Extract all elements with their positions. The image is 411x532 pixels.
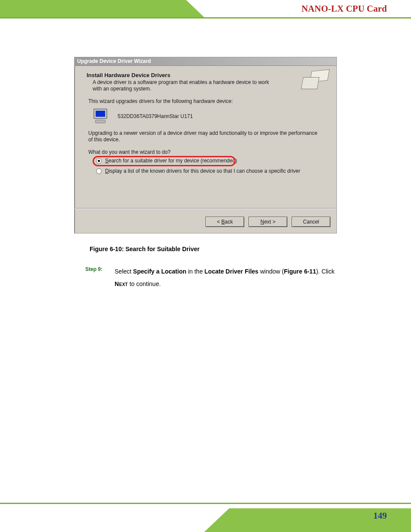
step-row: Step 9: Select Specify a Location in the… bbox=[85, 265, 411, 291]
step-body: Select Specify a Location in the Locate … bbox=[115, 265, 347, 291]
dialog-button-row: < Back Next > Cancel bbox=[75, 213, 336, 233]
monitor-icon bbox=[93, 109, 110, 124]
radio-label: Search for a suitable driver for my devi… bbox=[105, 158, 237, 165]
footer-left-white bbox=[0, 508, 204, 532]
dialog-question: What do you want the wizard to do? bbox=[88, 149, 323, 155]
radio-group: Search for a suitable driver for my devi… bbox=[96, 158, 326, 174]
next-button[interactable]: Next > bbox=[249, 217, 287, 227]
radio-option-search[interactable]: Search for a suitable driver for my devi… bbox=[96, 158, 326, 165]
radio-option-display[interactable]: Display a list of the known drivers for … bbox=[96, 168, 326, 175]
radio-label: Display a list of the known drivers for … bbox=[105, 168, 300, 175]
dialog-titlebar: Upgrade Device Driver Wizard bbox=[75, 57, 336, 66]
wizard-dialog: Upgrade Device Driver Wizard Install Har… bbox=[74, 57, 337, 233]
radio-icon bbox=[96, 158, 102, 164]
page-header: NANO-LX CPU Card bbox=[0, 0, 411, 21]
header-diagonal bbox=[186, 0, 204, 17]
figure-caption: Figure 6-10: Search for Suitable Driver bbox=[90, 246, 411, 252]
cancel-button[interactable]: Cancel bbox=[292, 217, 330, 227]
device-name: 532DD36TA0379HannStar U171 bbox=[118, 113, 193, 119]
back-button[interactable]: < Back bbox=[206, 217, 244, 227]
document-title: NANO-LX CPU Card bbox=[302, 3, 387, 14]
dialog-subheading: A device driver is a software program th… bbox=[93, 79, 279, 92]
dialog-body: Install Hardware Device Drivers A device… bbox=[75, 66, 336, 208]
page-number: 149 bbox=[374, 510, 387, 521]
dialog-paragraph: Upgrading to a newer version of a device… bbox=[88, 130, 323, 143]
footer-rule bbox=[0, 503, 411, 504]
page-content: Upgrade Device Driver Wizard Install Har… bbox=[0, 30, 411, 291]
radio-icon bbox=[96, 168, 102, 174]
device-row: 532DD36TA0379HannStar U171 bbox=[93, 109, 326, 124]
footer-diagonal bbox=[204, 508, 229, 532]
page-footer: 149 bbox=[0, 503, 411, 532]
dialog-heading: Install Hardware Device Drivers bbox=[87, 72, 326, 78]
header-rule bbox=[0, 17, 411, 19]
dialog-line1: This wizard upgrades drivers for the fol… bbox=[88, 98, 326, 104]
dialog-separator bbox=[75, 208, 336, 209]
step-label: Step 9: bbox=[85, 265, 103, 291]
wizard-art-icon bbox=[301, 70, 331, 93]
